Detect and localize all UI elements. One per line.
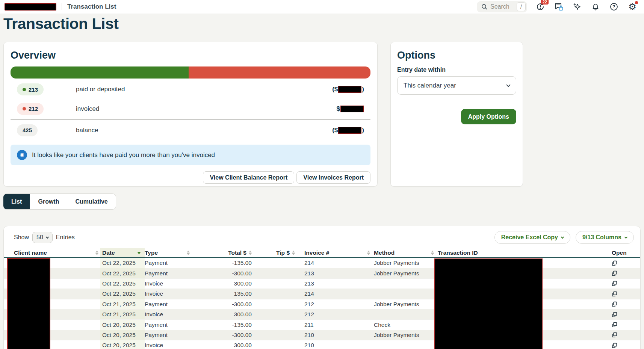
header-label: Method xyxy=(374,249,395,256)
invoiced-bar-segment xyxy=(189,66,370,79)
open-link[interactable] xyxy=(609,332,640,338)
bell-icon[interactable] xyxy=(591,2,600,12)
header-label: Transaction ID xyxy=(438,249,478,256)
open-link[interactable] xyxy=(609,322,640,328)
table-row[interactable]: Oct 22, 2025 Payment -300.00 213 Jobber … xyxy=(4,268,640,278)
company-logo[interactable] xyxy=(5,3,56,11)
table-row[interactable]: Oct 20, 2025 Payment -300.00 210 Jobber … xyxy=(4,330,640,340)
type-cell: Invoice xyxy=(145,280,194,287)
header-client-name[interactable]: Client name xyxy=(14,248,102,257)
options-title: Options xyxy=(397,50,516,61)
info-sparkle-icon: ✺ xyxy=(17,150,27,160)
view-invoices-report-button[interactable]: View Invoices Report xyxy=(296,171,370,184)
table-row[interactable]: Oct 22, 2025 Payment -135.00 214 Jobber … xyxy=(4,258,640,268)
open-link[interactable] xyxy=(609,260,640,266)
header-type[interactable]: Type xyxy=(145,248,194,257)
total-cell: -300.00 xyxy=(194,270,255,277)
total-cell: 300.00 xyxy=(194,311,255,318)
settings-icon[interactable]: ⚙ xyxy=(627,2,637,12)
sort-icon xyxy=(187,251,190,255)
table-row[interactable]: Oct 20, 2025 Invoice 300.00 210 xyxy=(4,340,640,349)
invoice-number-cell: 214 xyxy=(299,290,374,297)
tab-list[interactable]: List xyxy=(3,194,30,209)
notification-count-badge: 22 xyxy=(541,0,549,5)
date-value: Oct 21, 2025 xyxy=(102,301,136,308)
balance-count: 425 xyxy=(23,127,32,133)
total-cell: 300.00 xyxy=(194,342,255,349)
redacted-amount xyxy=(338,86,361,93)
open-link[interactable] xyxy=(609,343,640,348)
open-link[interactable] xyxy=(609,291,640,297)
invoice-number-cell: 212 xyxy=(299,301,374,308)
table-row[interactable]: Oct 22, 2025 Invoice 135.00 214 xyxy=(4,289,640,299)
tab-growth[interactable]: Growth xyxy=(30,194,67,209)
tab-cumulative[interactable]: Cumulative xyxy=(67,194,115,209)
header-method[interactable]: Method xyxy=(374,248,438,257)
amount-suffix: ) xyxy=(362,86,364,93)
open-link[interactable] xyxy=(609,301,640,307)
header-label: Client name xyxy=(14,249,47,256)
open-in-new-icon xyxy=(612,291,617,297)
search-bar[interactable]: / xyxy=(477,1,527,12)
header-invoice[interactable]: Invoice # xyxy=(299,248,374,257)
divider xyxy=(62,3,62,10)
type-cell: Payment xyxy=(145,332,194,338)
apply-options-button[interactable]: Apply Options xyxy=(461,109,516,124)
secure-messages-icon[interactable] xyxy=(554,2,564,12)
svg-text:?: ? xyxy=(612,4,615,9)
page-size-select[interactable]: 50 xyxy=(32,232,53,243)
columns-button[interactable]: 9/13 Columns xyxy=(576,231,634,244)
sort-desc-icon xyxy=(137,252,141,254)
table-row[interactable]: Oct 21, 2025 Payment -300.00 212 Jobber … xyxy=(4,299,640,310)
amount-prefix: $ xyxy=(337,105,340,113)
transaction-id-redaction xyxy=(434,258,543,349)
table-row[interactable]: Oct 22, 2025 Invoice 300.00 213 xyxy=(4,279,640,289)
method-cell: Jobber Payments xyxy=(374,301,438,308)
green-dot-icon xyxy=(23,88,26,91)
entry-date-label: Entry date within xyxy=(397,66,516,73)
info-message: It looks like your clients have paid you… xyxy=(32,151,215,159)
client-name-redaction xyxy=(7,258,50,349)
type-cell: Payment xyxy=(145,322,194,328)
options-card: Options Entry date within This calendar … xyxy=(390,42,523,187)
chevron-down-icon xyxy=(46,236,49,239)
balance-count-pill: 425 xyxy=(17,124,38,136)
date-cell: Oct 20, 2025 xyxy=(100,340,145,349)
table-row[interactable]: Oct 21, 2025 Invoice 300.00 212 xyxy=(4,310,640,320)
open-link[interactable] xyxy=(609,312,640,317)
history-alert-icon[interactable]: 22 xyxy=(535,2,545,12)
help-icon[interactable]: ? xyxy=(609,2,619,12)
date-cell: Oct 22, 2025 xyxy=(100,289,145,299)
header-tip[interactable]: Tip $ xyxy=(255,248,299,257)
paid-amount: ($ ) xyxy=(332,86,364,93)
view-tabs: List Growth Cumulative xyxy=(3,193,116,210)
show-label: Show xyxy=(14,234,29,241)
table-row[interactable]: Oct 20, 2025 Payment -135.00 211 Check xyxy=(4,320,640,330)
amount-prefix: ($ xyxy=(332,86,338,93)
chevron-down-icon xyxy=(624,236,627,239)
settings-alert-dot xyxy=(635,1,638,4)
stat-row-balance: 425 balance ($ ) xyxy=(11,121,370,140)
sort-icon xyxy=(292,251,295,255)
overview-card: Overview 213 paid or deposited ($ ) 212 … xyxy=(3,42,378,187)
header-total[interactable]: Total $ xyxy=(194,248,255,257)
sort-icon xyxy=(249,251,252,255)
open-link[interactable] xyxy=(609,270,640,276)
date-value: Oct 22, 2025 xyxy=(102,270,136,277)
open-link[interactable] xyxy=(609,281,640,286)
method-cell: Jobber Payments xyxy=(374,270,438,277)
entry-date-select[interactable]: This calendar year xyxy=(397,76,516,95)
header-transaction-id: Transaction ID xyxy=(438,248,609,257)
page-size-value: 50 xyxy=(36,234,43,241)
header-date[interactable]: Date xyxy=(100,248,145,257)
amount-suffix: ) xyxy=(362,127,364,134)
receive-excel-copy-button[interactable]: Receive Excel Copy xyxy=(494,231,570,244)
date-cell: Oct 21, 2025 xyxy=(100,299,145,309)
sparkles-icon[interactable] xyxy=(572,2,582,12)
header-label: Type xyxy=(145,249,158,256)
search-input[interactable] xyxy=(490,3,514,10)
view-client-balance-report-button[interactable]: View Client Balance Report xyxy=(203,171,294,184)
invoiced-count: 212 xyxy=(29,106,38,112)
header-open: Open xyxy=(609,248,640,257)
stat-row-invoiced: 212 invoiced $ xyxy=(11,99,370,118)
